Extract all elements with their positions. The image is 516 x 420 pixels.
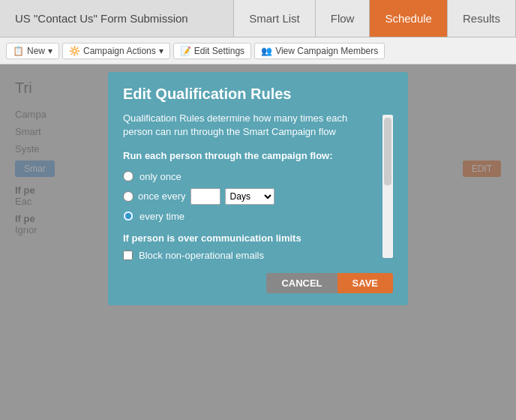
edit-settings-button[interactable]: 📝 Edit Settings	[173, 43, 251, 59]
modal-title: Edit Qualification Rules	[123, 86, 393, 103]
radio-only-once-input[interactable]	[123, 171, 134, 182]
cancel-button[interactable]: CANCEL	[266, 273, 337, 293]
toolbar: 📋 New ▾ 🔆 Campaign Actions ▾ 📝 Edit Sett…	[0, 38, 516, 64]
top-nav: US "Contact Us" Form Submission Smart Li…	[0, 0, 516, 38]
new-icon: 📋	[13, 46, 24, 56]
tab-results[interactable]: Results	[448, 0, 516, 37]
radio-once-every[interactable]: once every Days Weeks Months	[123, 188, 372, 205]
save-button[interactable]: SAVE	[338, 273, 393, 293]
edit-qualification-rules-modal: Edit Qualification Rules Qualification R…	[108, 72, 408, 305]
modal-footer: CANCEL SAVE	[108, 261, 408, 305]
view-members-icon: 👥	[261, 46, 272, 56]
once-every-period-select[interactable]: Days Weeks Months	[225, 188, 274, 205]
campaign-actions-dropdown-icon: ▾	[159, 46, 164, 56]
modal-scrollbar-thumb	[384, 118, 392, 185]
block-non-operational-checkbox[interactable]	[123, 250, 133, 260]
radio-every-time-input[interactable]	[123, 211, 134, 221]
modal-body: Qualification Rules determine how many t…	[108, 112, 408, 261]
modal-header: Edit Qualification Rules	[108, 72, 408, 112]
comm-limits-label: If person is over communication limits	[123, 232, 372, 244]
modal-scrollbar[interactable]	[382, 115, 393, 258]
tab-schedule[interactable]: Schedule	[370, 0, 448, 37]
new-dropdown-icon: ▾	[48, 46, 52, 56]
block-non-operational-checkbox-item[interactable]: Block non-operational emails	[123, 250, 372, 261]
view-campaign-members-button[interactable]: 👥 View Campaign Members	[254, 43, 385, 59]
tab-flow[interactable]: Flow	[316, 0, 370, 37]
new-button[interactable]: 📋 New ▾	[6, 43, 59, 59]
edit-settings-icon: 📝	[180, 46, 191, 56]
campaign-actions-icon: 🔆	[69, 46, 80, 56]
radio-only-once[interactable]: only once	[123, 171, 372, 182]
nav-title: US "Contact Us" Form Submission	[0, 0, 234, 37]
tab-smart-list[interactable]: Smart List	[234, 0, 316, 37]
campaign-flow-section-label: Run each person through the campaign flo…	[123, 149, 372, 163]
main-content: Tri Campa Smart Syste Smar EDIT If pe Ea…	[0, 64, 516, 420]
campaign-actions-button[interactable]: 🔆 Campaign Actions ▾	[62, 43, 170, 59]
radio-every-time[interactable]: every time	[123, 211, 372, 222]
radio-once-every-input[interactable]	[123, 191, 134, 202]
once-every-number-input[interactable]	[190, 188, 220, 205]
modal-overlay: Edit Qualification Rules Qualification R…	[0, 64, 516, 420]
modal-description: Qualification Rules determine how many t…	[123, 112, 372, 139]
radio-group: only once once every Days Weeks Months	[123, 171, 372, 222]
modal-body-content: Qualification Rules determine how many t…	[123, 112, 380, 261]
